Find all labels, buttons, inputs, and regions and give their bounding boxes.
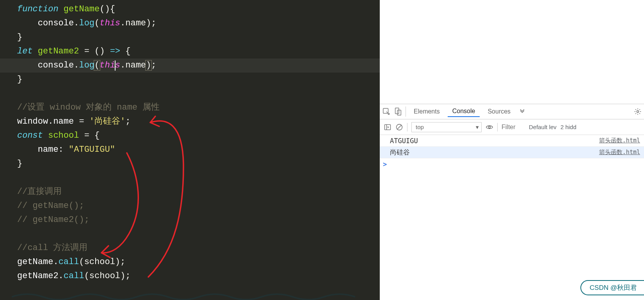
- separator: [407, 123, 407, 131]
- text-caret: [115, 60, 116, 71]
- inspect-element-icon[interactable]: [382, 107, 391, 116]
- console-prompt[interactable]: >: [380, 158, 644, 170]
- clear-console-icon[interactable]: [395, 123, 403, 131]
- hidden-messages[interactable]: 2 hidd: [560, 124, 576, 130]
- context-select[interactable]: top ▾: [411, 122, 482, 132]
- console-message: 尚硅谷: [390, 148, 599, 157]
- console-source-link[interactable]: 箭头函数.html: [599, 137, 640, 144]
- tab-sources[interactable]: Sources: [483, 107, 515, 117]
- separator: [406, 107, 406, 117]
- console-row[interactable]: ATGUIGU 箭头函数.html: [380, 135, 644, 147]
- tab-console[interactable]: Console: [448, 106, 480, 117]
- decorative-wave: [12, 290, 363, 300]
- log-level-select[interactable]: Default lev: [529, 124, 557, 130]
- console-source-link[interactable]: 箭头函数.html: [599, 149, 640, 156]
- device-toggle-icon[interactable]: [394, 107, 402, 116]
- live-expression-icon[interactable]: [486, 123, 493, 131]
- console-toolbar: top ▾ Default lev 2 hidd: [380, 119, 644, 135]
- watermark-badge: CSDN @秋田君: [580, 280, 644, 295]
- more-tabs-icon[interactable]: [518, 108, 526, 115]
- svg-rect-2: [397, 110, 401, 115]
- svg-line-7: [397, 125, 402, 130]
- svg-point-8: [489, 126, 491, 128]
- code-content: function getName(){ console.log(this.nam…: [0, 0, 380, 283]
- console-sidebar-toggle-icon[interactable]: [384, 123, 391, 131]
- code-editor[interactable]: function getName(){ console.log(this.nam…: [0, 0, 380, 300]
- console-row[interactable]: 尚硅谷 箭头函数.html: [380, 147, 644, 158]
- console-output: ATGUIGU 箭头函数.html 尚硅谷 箭头函数.html >: [380, 135, 644, 170]
- filter-input[interactable]: [502, 124, 525, 131]
- devtools-tabs: Elements Console Sources: [380, 104, 644, 119]
- console-message: ATGUIGU: [390, 137, 599, 145]
- context-value: top: [416, 124, 424, 130]
- settings-icon[interactable]: [634, 108, 642, 115]
- svg-rect-1: [395, 108, 399, 114]
- chevron-right-icon: >: [383, 160, 387, 168]
- svg-point-3: [637, 111, 639, 113]
- separator: [497, 123, 498, 131]
- tab-elements[interactable]: Elements: [409, 107, 445, 117]
- svg-rect-4: [385, 124, 391, 130]
- devtools-panel: Elements Console Sources top ▾ Default l…: [380, 0, 644, 300]
- watermark-text: CSDN @秋田君: [590, 283, 637, 292]
- active-line-highlight: [0, 59, 380, 73]
- chevron-down-icon: ▾: [476, 124, 479, 131]
